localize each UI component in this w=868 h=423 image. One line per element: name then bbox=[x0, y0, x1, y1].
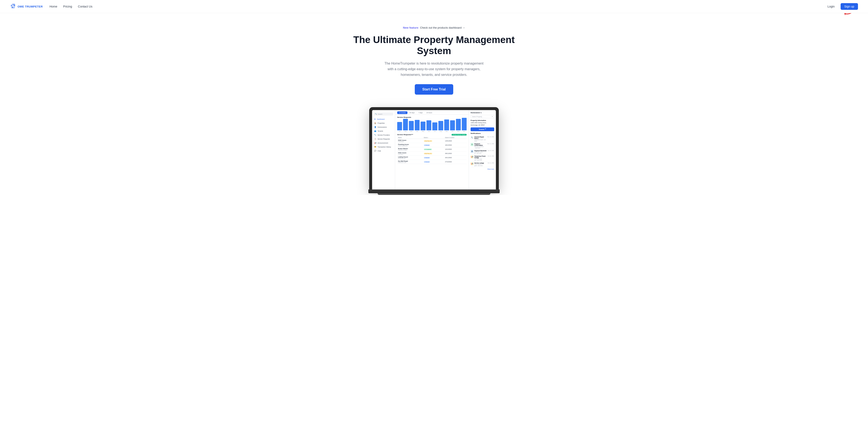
sidebar-item-service-requests[interactable]: 📋 Service Requests bbox=[372, 137, 395, 141]
sidebar-search[interactable]: 🔍 Search bbox=[374, 112, 393, 116]
notification-icon: 🔧 bbox=[471, 136, 473, 139]
sidebar-item-transaction[interactable]: 💳 Transaction History bbox=[372, 145, 395, 149]
navbar-left: OME TRUMPETER Home Pricing Contact Us bbox=[10, 3, 92, 10]
nav-links: Home Pricing Contact Us bbox=[50, 5, 92, 8]
row-date: 27/10/2022 bbox=[444, 160, 467, 164]
chart-bar-jul: Jul bbox=[432, 122, 437, 132]
select-property-label: Select Property bbox=[472, 116, 482, 118]
sidebar-item-homeowners[interactable]: 👤 Homeowners bbox=[372, 125, 395, 129]
sidebar-item-service-providers[interactable]: 🔧 Service Providers bbox=[372, 133, 395, 137]
badge-link[interactable]: Check out the products dashboard → bbox=[420, 26, 465, 29]
nav-home[interactable]: Home bbox=[50, 5, 57, 8]
svg-rect-2 bbox=[12, 7, 13, 8]
notification-date: Oct 12, 2022 bbox=[488, 155, 494, 157]
notification-date: Oct 15, 2022 bbox=[488, 150, 494, 151]
tab-30days[interactable]: 30 days bbox=[408, 111, 416, 114]
hero-subtitle: The HomeTrumpeter is here to revolutioni… bbox=[384, 61, 484, 78]
new-tickets-badge: 10 New Service Tickets bbox=[452, 134, 467, 136]
hero-badge: New feature Check out the products dashb… bbox=[403, 26, 465, 29]
chart-bar-jun: Jun bbox=[427, 120, 431, 132]
row-date: 20/11/2022 bbox=[444, 156, 467, 160]
table-header-row: Service Requests*** 10 New Service Ticke… bbox=[397, 134, 467, 136]
sidebar-label-dashboard: Dashboard bbox=[377, 118, 385, 120]
table-row: Broken WasherDaleville Complex● Complete… bbox=[397, 147, 467, 152]
tenants-count: 14 bbox=[485, 128, 486, 130]
nav-contact[interactable]: Contact Us bbox=[78, 5, 92, 8]
laptop-outer: 🔍 Search ⊞ Dashboard 🏠 Properties bbox=[369, 107, 499, 190]
notification-text: Payment ConfirmationWe have received ...… bbox=[474, 143, 487, 149]
sidebar-item-dashboard[interactable]: ⊞ Dashboard bbox=[372, 117, 395, 121]
bar-fill bbox=[409, 121, 414, 130]
notification-sub: Scheduled repair...see more bbox=[474, 139, 487, 142]
table-row: HVAC IssuesHyderabad● By Prop. M.12/01/2… bbox=[397, 139, 467, 143]
row-status: ● By Prop. M. bbox=[423, 152, 444, 156]
bar-label: Nov bbox=[457, 131, 459, 132]
row-date: 18/12/2022 bbox=[444, 143, 467, 147]
bar-label: Jul bbox=[434, 131, 435, 132]
notification-sub: Reminder notice for...see more bbox=[474, 152, 487, 154]
tab-24hours[interactable]: 24 hours bbox=[425, 111, 434, 114]
notification-item: 📢Service outageThere will be a gene...se… bbox=[471, 162, 494, 167]
notifications-title: Notifications bbox=[471, 132, 494, 134]
notification-date: Nov 13, 2022 bbox=[487, 136, 494, 137]
app-sidebar: 🔍 Search ⊞ Dashboard 🏠 Properties bbox=[372, 110, 395, 190]
bar-label: Jun bbox=[428, 131, 430, 132]
app-main-content: 12 months 30 days 7 days 24 hours Servic… bbox=[395, 110, 469, 190]
tenants-button[interactable]: Tenants 14 bbox=[471, 127, 494, 131]
notification-text: Service outageThere will be a gene...see… bbox=[474, 162, 487, 166]
bar-label: Aug bbox=[440, 131, 442, 132]
tab-12months[interactable]: 12 months bbox=[397, 111, 407, 114]
login-button[interactable]: Login bbox=[825, 4, 837, 9]
tab-7days[interactable]: 7 days bbox=[417, 111, 424, 114]
tenants-icon: 👥 bbox=[374, 130, 376, 132]
navbar: OME TRUMPETER Home Pricing Contact Us Lo… bbox=[0, 0, 868, 13]
notification-sub: We have received ...see more bbox=[474, 146, 487, 149]
notification-icon: 🏦 bbox=[471, 150, 473, 153]
transaction-icon: 💳 bbox=[374, 146, 376, 148]
notifications-list: 🔧General Repair NoticeScheduled repair..… bbox=[471, 136, 494, 167]
chart-bar-nov: Nov bbox=[456, 119, 461, 132]
col-status: Status ↕ bbox=[423, 136, 444, 139]
start-free-trial-button[interactable]: Start Free Trial bbox=[415, 84, 453, 95]
notification-item: 🔧General Repair NoticeScheduled repair..… bbox=[471, 136, 494, 142]
notification-item: 🏦Payment ReminderReminder notice for...s… bbox=[471, 149, 494, 155]
sidebar-item-tenants[interactable]: 👥 Tenants bbox=[372, 129, 395, 133]
bar-fill bbox=[415, 120, 420, 130]
table-section: Service Requests*** 10 New Service Ticke… bbox=[395, 134, 469, 190]
notification-icon: 📢 bbox=[471, 155, 473, 158]
service-providers-icon: 🔧 bbox=[374, 134, 376, 136]
row-name: Dry Wall RepairHuntsville Casa bbox=[397, 160, 423, 164]
laptop-foot bbox=[377, 193, 491, 195]
laptop-base bbox=[368, 190, 500, 193]
show-more-link[interactable]: Show more bbox=[471, 168, 494, 170]
dashboard-icon: ⊞ bbox=[374, 118, 376, 120]
service-requests-table: Name Status ↕ Dated Created HVAC IssuesH… bbox=[397, 136, 467, 164]
sidebar-label-transaction: Transaction History bbox=[377, 146, 391, 148]
col-name: Name bbox=[397, 136, 423, 139]
property-info-section: Property Information 1206-2400 Sentry Dr… bbox=[471, 120, 494, 126]
notification-icon: 📢 bbox=[471, 162, 473, 165]
sidebar-item-properties[interactable]: 🏠 Properties bbox=[372, 121, 395, 125]
chart-bar-sep: Sep bbox=[444, 120, 449, 132]
sidebar-item-chat[interactable]: 💬 Chat bbox=[372, 149, 395, 153]
bar-label: Mar bbox=[410, 131, 412, 132]
row-status: ● Completed bbox=[423, 147, 444, 152]
row-name: Plumbing IssuesSentry Apartments bbox=[397, 143, 423, 147]
chevron-down-icon: ▾ bbox=[492, 116, 493, 118]
chart-bar-dec: Dec bbox=[462, 118, 467, 132]
nav-pricing[interactable]: Pricing bbox=[63, 5, 72, 8]
signup-button[interactable]: Sign up bbox=[841, 3, 858, 10]
search-placeholder: Search bbox=[378, 113, 382, 115]
notification-title: Payment Reminder bbox=[474, 150, 487, 152]
chart-bar-apr: Apr bbox=[415, 120, 420, 132]
notification-text: General Repair NoticeScheduled repair...… bbox=[474, 136, 487, 142]
select-property-dropdown[interactable]: Select Property ▾ bbox=[471, 115, 494, 118]
search-icon: 🔍 bbox=[375, 113, 377, 115]
chart-title: Service Requests bbox=[397, 116, 467, 118]
notification-title: Service outage bbox=[474, 162, 487, 164]
navbar-right: Login Sign up bbox=[825, 3, 858, 10]
sidebar-item-announcement[interactable]: 📢 Announcement bbox=[372, 141, 395, 145]
chart-bars: JanFebMarAprMayJunJulAugSepOctNovDec bbox=[397, 120, 467, 132]
row-date: 12/12/2022 bbox=[444, 147, 467, 152]
bar-label: Jan bbox=[399, 131, 401, 132]
